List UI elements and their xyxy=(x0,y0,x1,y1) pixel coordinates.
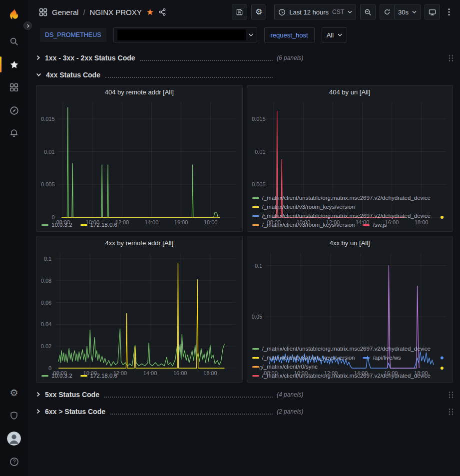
more-menu-button[interactable] xyxy=(444,4,454,19)
zoom-out-icon xyxy=(364,8,372,16)
panel-legend: /_matrix/client/unstable/org.matrix.msc2… xyxy=(247,345,453,382)
dashboard-title[interactable]: NGINX PROXY xyxy=(90,8,142,16)
row-header-4xx[interactable]: 4xx Status Code xyxy=(36,68,453,81)
refresh-interval-label: 30s xyxy=(398,8,409,16)
panel-title[interactable]: 4xx by remote addr [All] xyxy=(36,236,242,249)
sidebar-item-search[interactable] xyxy=(0,30,28,53)
legend-item[interactable]: /api/live/ws xyxy=(363,355,401,361)
legend-item[interactable]: /_matrix/client/v3/room_keys/version xyxy=(252,204,355,210)
sidebar-item-help[interactable]: ? xyxy=(0,450,28,473)
refresh-button[interactable] xyxy=(380,4,395,19)
sidebar-expand-toggle[interactable] xyxy=(23,21,32,30)
panel-title[interactable]: 404 by uri [All] xyxy=(247,85,453,98)
panel-chart[interactable]: 00.0050.010.01508:0010:0012:0014:0016:00… xyxy=(36,98,242,221)
legend-item[interactable]: 172.18.0.6 xyxy=(80,373,117,379)
time-range-picker[interactable]: Last 12 hours CST xyxy=(274,4,356,19)
chevron-right-icon xyxy=(26,24,30,28)
chevron-right-icon xyxy=(36,392,40,397)
panel-title[interactable]: 4xx by uri [All] xyxy=(247,236,453,249)
row-left: 4xx Status Code xyxy=(36,71,277,79)
svg-text:0.04: 0.04 xyxy=(41,321,51,327)
row-drag-handle[interactable] xyxy=(448,391,453,398)
request-host-value: All xyxy=(327,31,334,39)
legend-label: /api/live/ws xyxy=(373,355,401,361)
grafana-flame-icon xyxy=(6,8,21,23)
row-leader-dots xyxy=(140,60,273,61)
favorite-star-icon[interactable]: ★ xyxy=(146,8,154,16)
sidebar-item-configuration[interactable]: ⚙ xyxy=(0,381,28,404)
legend-label: 10.0.3.2 xyxy=(51,373,72,379)
legend-swatch xyxy=(363,224,370,226)
legend-item[interactable]: /_matrix/client/unstable/org.matrix.msc2… xyxy=(252,213,431,219)
zoom-out-time-button[interactable] xyxy=(360,4,376,19)
legend-swatch xyxy=(80,375,87,377)
request-host-variable-select[interactable]: All xyxy=(322,27,347,42)
sidebar-item-profile[interactable] xyxy=(0,427,28,450)
legend-label: /_matrix/client/r0/sync xyxy=(262,364,318,370)
apps-icon[interactable] xyxy=(39,8,47,16)
time-range-label: Last 12 hours xyxy=(289,8,329,16)
clock-icon xyxy=(278,8,286,16)
chevron-down-icon xyxy=(348,10,352,13)
row-drag-handle[interactable] xyxy=(448,408,453,415)
svg-text:0.01: 0.01 xyxy=(44,149,54,155)
row-header-6xx[interactable]: 6xx > Status Code (2 panels) xyxy=(36,405,453,418)
datasource-variable-select[interactable] xyxy=(113,27,257,42)
row-header-5xx[interactable]: 5xx Status Code (4 panels) xyxy=(36,388,453,401)
legend-item[interactable]: /_matrix/client/r0/sync xyxy=(252,364,318,370)
svg-text:0.05: 0.05 xyxy=(251,314,262,320)
row-title: 1xx - 3xx - 2xx Status Code xyxy=(45,54,135,62)
sidebar-item-starred[interactable] xyxy=(0,53,28,76)
sidebar-item-alerting[interactable] xyxy=(0,122,28,145)
sidebar-item-dashboards[interactable] xyxy=(0,76,28,99)
gear-icon: ⚙ xyxy=(9,388,18,398)
refresh-group: 30s xyxy=(380,4,421,19)
legend-item[interactable]: /_matrix/client/v3/room_keys/version xyxy=(252,222,355,228)
row-drag-handle[interactable] xyxy=(448,54,453,61)
breadcrumb-separator: / xyxy=(83,8,85,16)
request-host-variable-label[interactable]: request_host xyxy=(264,27,315,42)
legend-item[interactable]: /_matrix/client/unstable/org.matrix.msc2… xyxy=(252,373,431,379)
legend-swatch xyxy=(252,348,259,350)
chevron-right-icon xyxy=(36,55,40,60)
variables-row: DS_PROMETHEUS request_host All xyxy=(28,24,460,47)
save-dashboard-button[interactable] xyxy=(232,4,247,19)
row-title: 6xx > Status Code xyxy=(45,408,105,416)
grafana-app: ⚙ ? xyxy=(0,0,460,476)
legend-item[interactable]: 172.18.0.6 xyxy=(80,222,117,228)
panel-title[interactable]: 404 by remote addr [All] xyxy=(36,85,242,98)
row-header-1xx-3xx-2xx[interactable]: 1xx - 3xx - 2xx Status Code (6 panels) xyxy=(36,51,453,64)
legend-item[interactable]: 10.0.3.2 xyxy=(41,222,72,228)
legend-item[interactable]: 10.0.3.2 xyxy=(41,373,72,379)
svg-text:0.015: 0.015 xyxy=(41,116,55,122)
row-leader-dots xyxy=(110,414,273,415)
panel-4xx-by-remote-addr: 4xx by remote addr [All] 00.020.040.060.… xyxy=(36,236,243,383)
panel-404-by-remote-addr: 404 by remote addr [All] 00.0050.010.015… xyxy=(36,85,243,232)
legend-swatch xyxy=(252,197,259,199)
panel-chart[interactable]: 00.0050.010.01508:0010:0012:0014:0016:00… xyxy=(247,98,453,194)
legend-label: 172.18.0.6 xyxy=(90,373,117,379)
legend-item[interactable]: /sw.js xyxy=(363,222,387,228)
kiosk-mode-button[interactable] xyxy=(425,4,440,19)
row-leader-dots xyxy=(104,397,273,398)
legend-item[interactable]: /_matrix/client/unstable/org.matrix.msc2… xyxy=(252,195,431,201)
sidebar: ⚙ ? xyxy=(0,0,28,476)
legend-item[interactable]: /_matrix/client/unstable/org.matrix.msc2… xyxy=(252,346,431,352)
legend-label: 10.0.3.2 xyxy=(51,222,72,228)
datasource-variable-label[interactable]: DS_PROMETHEUS xyxy=(40,28,106,42)
sidebar-item-server-admin[interactable] xyxy=(0,404,28,427)
dashboard-settings-button[interactable]: ⚙ xyxy=(251,4,266,19)
legend-item[interactable]: /_matrix/client/v3/room_keys/version xyxy=(252,355,355,361)
svg-text:0.005: 0.005 xyxy=(41,181,55,187)
panel-chart[interactable]: 00.050.108:0010:0012:0014:0016:0018:00 xyxy=(247,249,453,345)
time-zone-label: CST xyxy=(332,8,344,15)
monitor-icon xyxy=(429,8,436,16)
sidebar-item-explore[interactable] xyxy=(0,99,28,122)
refresh-interval-dropdown[interactable]: 30s xyxy=(395,4,421,19)
share-button[interactable] xyxy=(158,8,166,16)
panels-grid: 404 by remote addr [All] 00.0050.010.015… xyxy=(36,85,453,383)
chevron-right-icon xyxy=(36,409,40,414)
breadcrumb-section[interactable]: General xyxy=(52,8,78,16)
panel-chart[interactable]: 00.020.040.060.080.108:0010:0012:0014:00… xyxy=(36,249,242,372)
legend-label: /_matrix/client/v3/room_keys/version xyxy=(262,355,355,361)
